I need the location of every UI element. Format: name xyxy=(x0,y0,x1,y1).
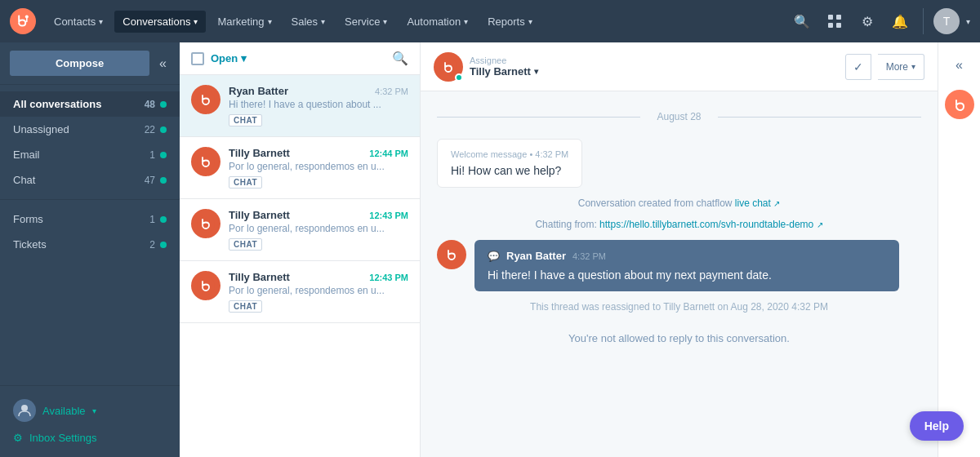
chatflow-url-link[interactable]: https://hello.tillybarnett.com/svh-round… xyxy=(599,219,822,230)
nav-item-conversations[interactable]: Conversations ▾ xyxy=(114,11,206,33)
collapse-right-panel-button[interactable]: « xyxy=(945,51,974,80)
chevron-down-icon: ▾ xyxy=(92,406,96,415)
chat-main: Assignee Tilly Barnett ▾ ✓ More ▾ August… xyxy=(421,42,938,457)
conv-list-header: Open ▾ 🔍 xyxy=(180,42,420,75)
conversation-item[interactable]: Ryan Batter 4:32 PM Hi there! I have a q… xyxy=(180,75,420,137)
nav-item-contacts[interactable]: Contacts ▾ xyxy=(46,11,111,33)
sidebar-item-unassigned[interactable]: Unassigned 22 xyxy=(0,117,180,142)
conv-content: Ryan Batter 4:32 PM Hi there! I have a q… xyxy=(229,85,408,126)
svg-point-11 xyxy=(439,58,457,76)
chatflow-link[interactable]: live chat ↗ xyxy=(735,197,780,209)
nav-item-marketing[interactable]: Marketing ▾ xyxy=(209,11,279,33)
help-button[interactable]: Help xyxy=(910,411,964,441)
sidebar-item-forms[interactable]: Forms 1 xyxy=(0,206,180,232)
notifications-icon[interactable]: 🔔 xyxy=(887,8,913,34)
top-nav: Contacts ▾ Conversations ▾ Marketing ▾ S… xyxy=(0,0,980,42)
assignee-avatar-wrap xyxy=(434,52,463,82)
collapse-sidebar-button[interactable]: « xyxy=(156,53,170,74)
sidebar-nav: All conversations 48 Unassigned 22 Email… xyxy=(0,85,180,385)
svg-point-0 xyxy=(10,8,36,34)
nav-divider xyxy=(923,8,924,34)
svg-rect-2 xyxy=(828,15,833,20)
message-meta: Welcome message • 4:32 PM xyxy=(451,149,568,159)
reassign-message: This thread was reassigned to Tilly Barn… xyxy=(437,301,921,313)
svg-rect-5 xyxy=(836,23,841,28)
hubspot-logo[interactable] xyxy=(10,8,36,34)
conv-content: Tilly Barnett 12:44 PM Por lo general, r… xyxy=(229,147,408,189)
external-link-icon: ↗ xyxy=(773,199,780,208)
resolve-button[interactable]: ✓ xyxy=(845,54,871,80)
avatar xyxy=(191,85,220,114)
search-conversations-button[interactable]: 🔍 xyxy=(392,51,408,66)
message-text: Hi! How can we help? xyxy=(451,164,568,177)
svg-rect-4 xyxy=(828,23,833,28)
chevron-down-icon: ▾ xyxy=(464,17,468,26)
search-icon[interactable]: 🔍 xyxy=(789,8,815,34)
unread-dot xyxy=(160,242,167,248)
user-avatar[interactable]: T xyxy=(933,8,960,34)
unread-dot xyxy=(160,126,167,133)
sidebar-item-chat[interactable]: Chat 47 xyxy=(0,167,180,193)
assignee-info: Assignee Tilly Barnett ▾ xyxy=(434,52,837,82)
user-chevron-icon[interactable]: ▾ xyxy=(966,17,970,26)
settings-icon[interactable]: ⚙ xyxy=(854,8,880,34)
gear-icon: ⚙ xyxy=(13,432,23,444)
sidebar-divider xyxy=(0,199,180,200)
chevron-down-icon: ▾ xyxy=(383,17,387,26)
svg-point-10 xyxy=(197,277,215,295)
sidebar-item-tickets[interactable]: Tickets 2 xyxy=(0,232,180,257)
chat-header-actions: ✓ More ▾ xyxy=(845,54,924,80)
unread-dot xyxy=(160,177,167,184)
user-message-bubble: 💬 Ryan Batter 4:32 PM Hi there! I have a… xyxy=(474,240,899,291)
available-status-button[interactable]: Available ▾ xyxy=(13,394,167,427)
external-link-icon: ↗ xyxy=(817,220,823,229)
chevron-down-icon: ▾ xyxy=(534,67,538,76)
conversation-item[interactable]: Tilly Barnett 12:43 PM Por lo general, r… xyxy=(180,261,420,323)
chevron-down-icon: ▾ xyxy=(194,17,198,26)
conv-content: Tilly Barnett 12:43 PM Por lo general, r… xyxy=(229,209,408,251)
no-reply-message: You're not allowed to reply to this conv… xyxy=(437,322,921,354)
unread-dot xyxy=(160,216,167,223)
welcome-message-bubble: Welcome message • 4:32 PM Hi! How can we… xyxy=(437,139,582,188)
svg-point-8 xyxy=(197,153,215,171)
chevron-down-icon: ▾ xyxy=(911,62,915,71)
nav-item-automation[interactable]: Automation ▾ xyxy=(399,11,476,33)
chevron-down-icon: ▾ xyxy=(268,17,272,26)
nav-item-service[interactable]: Service ▾ xyxy=(336,11,395,33)
marketplace-icon[interactable] xyxy=(822,8,848,34)
user-message-row: 💬 Ryan Batter 4:32 PM Hi there! I have a… xyxy=(437,240,921,291)
sidebar-bottom: Available ▾ ⚙ Inbox Settings xyxy=(0,385,180,457)
sidebar-item-all-conversations[interactable]: All conversations 48 xyxy=(0,91,180,117)
avatar xyxy=(191,209,220,238)
open-filter-button[interactable]: Open ▾ xyxy=(211,52,247,64)
nav-item-reports[interactable]: Reports ▾ xyxy=(479,11,541,33)
system-message-url: Chatting from: https://hello.tillybarnet… xyxy=(437,219,921,230)
chat-header: Assignee Tilly Barnett ▾ ✓ More ▾ xyxy=(421,42,938,91)
select-all-checkbox[interactable] xyxy=(191,52,204,65)
chevron-down-icon: ▾ xyxy=(241,52,247,64)
chevron-down-icon: ▾ xyxy=(321,17,325,26)
conversation-item[interactable]: Tilly Barnett 12:44 PM Por lo general, r… xyxy=(180,137,420,199)
assignee-details: Assignee Tilly Barnett ▾ xyxy=(470,55,538,78)
svg-rect-3 xyxy=(836,15,841,20)
hubspot-right-icon[interactable] xyxy=(945,90,974,119)
sidebar-item-email[interactable]: Email 1 xyxy=(0,142,180,167)
avatar xyxy=(191,147,220,176)
unread-dot xyxy=(160,152,167,158)
svg-point-12 xyxy=(443,246,461,264)
app-body: Compose « All conversations 48 Unassigne… xyxy=(0,42,980,457)
user-message-avatar xyxy=(437,240,466,269)
nav-item-sales[interactable]: Sales ▾ xyxy=(283,11,334,33)
inbox-settings-link[interactable]: ⚙ Inbox Settings xyxy=(13,427,167,449)
conversation-item[interactable]: Tilly Barnett 12:43 PM Por lo general, r… xyxy=(180,199,420,261)
compose-button[interactable]: Compose xyxy=(10,51,149,76)
chat-icon: 💬 xyxy=(488,251,500,262)
conv-content: Tilly Barnett 12:43 PM Por lo general, r… xyxy=(229,271,408,313)
date-divider: August 28 xyxy=(437,111,921,122)
avatar xyxy=(191,271,220,300)
more-actions-button[interactable]: More ▾ xyxy=(878,54,924,80)
assignee-name-button[interactable]: Tilly Barnett ▾ xyxy=(470,65,538,78)
nav-icons: 🔍 ⚙ 🔔 T ▾ xyxy=(789,8,970,34)
svg-point-9 xyxy=(197,215,215,233)
unread-dot xyxy=(160,101,167,108)
